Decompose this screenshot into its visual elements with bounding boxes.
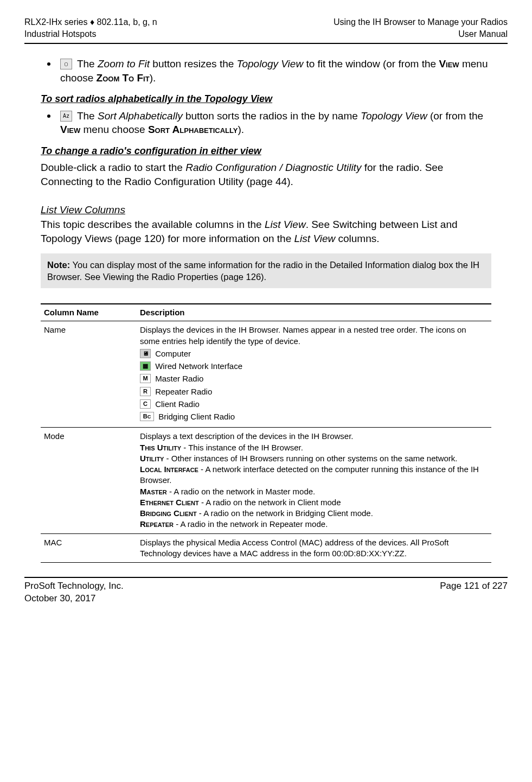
page-footer: ProSoft Technology, Inc. October 30, 201… [24,577,508,605]
mode-item: Master - A radio on the network in Maste… [140,486,488,497]
zoom-fit-icon: ▢ [60,59,72,69]
doc-type: User Manual [334,28,508,40]
icon-line-wired: ▦ Wired Network Interface [140,361,488,372]
mode-item: Utility - Other instances of IH Browsers… [140,453,488,464]
heading-sort: To sort radios alphabetically in the Top… [41,92,491,105]
icon-line-master: M Master Radio [140,373,488,384]
table-row: Mode Displays a text description of the … [41,428,491,533]
mode-item: Repeater - A radio in the network in Rep… [140,519,488,530]
bullet-zoom: ▢ The Zoom to Fit button resizes the Top… [47,57,491,85]
th-column-name: Column Name [41,304,137,321]
nic-icon: ▦ [140,361,151,371]
para-change: Double-click a radio to start the Radio … [41,161,491,188]
cell-mac: MAC [41,533,137,563]
cell-mode-desc: Displays a text description of the devic… [137,428,491,533]
mode-item: Ethernet Client - A radio on the network… [140,497,488,508]
mode-item: Local Interface - A network interface de… [140,464,488,486]
doc-section: Using the IH Browser to Manage your Radi… [334,16,508,28]
header-right: Using the IH Browser to Manage your Radi… [334,16,508,40]
cell-mac-desc: Displays the physical Media Access Contr… [137,533,491,563]
sort-alpha-icon: Az [60,111,72,122]
table-header-row: Column Name Description [41,304,491,321]
note-text: You can display most of the same informa… [47,260,479,282]
bullet-zoom-text: ▢ The Zoom to Fit button resizes the Top… [60,57,491,85]
master-icon: M [140,374,151,383]
footer-left: ProSoft Technology, Inc. October 30, 201… [24,580,124,605]
bullet-dot-icon [47,62,50,66]
th-description: Description [137,304,491,321]
note-box: Note: You can display most of the same i… [41,253,491,289]
computer-icon: 🖥 [140,349,151,358]
cell-name: Name [41,321,137,428]
repeater-icon: R [140,387,151,396]
mode-item: This Utility - This instance of the IH B… [140,442,488,453]
company-name: ProSoft Technology, Inc. [24,580,124,593]
page-header: RLX2-IHx series ♦ 802.11a, b, g, n Indus… [24,16,508,44]
icon-line-repeater: R Repeater Radio [140,386,488,397]
icon-line-client: C Client Radio [140,399,488,410]
bullet-dot-icon [47,115,50,118]
page-content: ▢ The Zoom to Fit button resizes the Top… [24,57,508,563]
table-row: MAC Displays the physical Media Access C… [41,533,491,563]
bridging-client-icon: BC [140,412,154,421]
cell-name-desc: Displays the devices in the IH Browser. … [137,321,491,428]
heading-list-columns: List View Columns [41,203,491,217]
table-row: Name Displays the devices in the IH Brow… [41,321,491,428]
product-sub: Industrial Hotspots [24,28,157,40]
bullet-sort-text: Az The Sort Alphabetically button sorts … [60,109,491,137]
icon-line-computer: 🖥 Computer [140,348,488,359]
mode-intro: Displays a text description of the devic… [140,431,488,442]
para-list-columns: This topic describes the available colum… [41,218,491,245]
mode-item: Bridging Client - A radio on the network… [140,508,488,519]
name-intro: Displays the devices in the IH Browser. … [140,325,488,347]
cell-mode: Mode [41,428,137,533]
client-icon: C [140,399,151,409]
icon-line-bridging: BC Bridging Client Radio [140,411,488,422]
header-left: RLX2-IHx series ♦ 802.11a, b, g, n Indus… [24,16,157,40]
product-line: RLX2-IHx series ♦ 802.11a, b, g, n [24,16,157,28]
page-number: Page 121 of 227 [440,580,508,605]
bullet-sort: Az The Sort Alphabetically button sorts … [47,109,491,137]
columns-table: Column Name Description Name Displays th… [41,303,491,563]
doc-date: October 30, 2017 [24,593,124,605]
heading-change: To change a radio's configuration in eit… [41,144,491,157]
note-label: Note: [47,260,70,270]
